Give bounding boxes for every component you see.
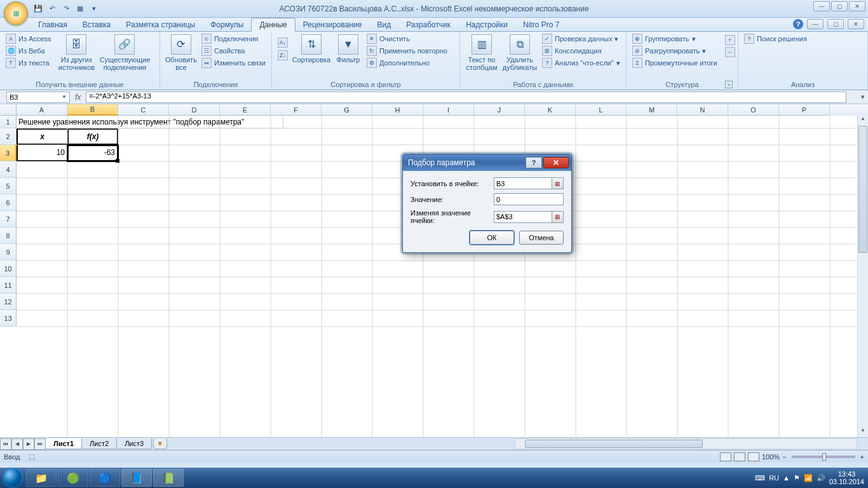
col-header-a[interactable]: A xyxy=(17,104,67,116)
row-header-10[interactable]: 10 xyxy=(0,261,17,277)
col-header-m[interactable]: M xyxy=(627,104,677,116)
ungroup-button[interactable]: ⊖Разгруппировать ▾ xyxy=(630,45,719,57)
close-button[interactable]: ✕ xyxy=(849,1,865,11)
row-header-6[interactable]: 6 xyxy=(0,194,17,211)
tray-flag-icon[interactable]: ⚑ xyxy=(794,474,800,482)
row-header-7[interactable]: 7 xyxy=(0,211,17,227)
horizontal-scrollbar[interactable] xyxy=(515,438,857,449)
solver-button[interactable]: ?Поиск решения xyxy=(742,33,809,44)
by-changing-input[interactable] xyxy=(494,211,552,223)
hide-detail-button[interactable]: − xyxy=(723,46,737,58)
zoom-out-button[interactable]: − xyxy=(782,453,786,461)
show-detail-button[interactable]: + xyxy=(723,34,737,46)
row-header-1[interactable]: 1 xyxy=(0,116,17,128)
page-layout-view-button[interactable] xyxy=(734,452,745,461)
undo-icon[interactable]: ↶ xyxy=(46,3,58,15)
hscroll-thumb[interactable] xyxy=(525,440,703,448)
taskbar-explorer[interactable]: 📁 xyxy=(26,469,57,487)
first-sheet-button[interactable]: ⏮ xyxy=(0,438,11,450)
ribbon-restore-button[interactable]: ▢ xyxy=(827,19,844,29)
set-cell-input[interactable] xyxy=(494,177,552,189)
redo-icon[interactable]: ↷ xyxy=(60,3,72,15)
prev-sheet-button[interactable]: ◀ xyxy=(11,438,23,450)
cancel-button[interactable]: Отмена xyxy=(519,231,564,245)
row-header-4[interactable]: 4 xyxy=(0,161,17,178)
existing-connections-button[interactable]: 🔗Существующие подключения xyxy=(100,33,149,72)
row-header-2[interactable]: 2 xyxy=(0,128,17,145)
clear-filter-button[interactable]: ✕Очистить xyxy=(365,33,449,44)
col-header-o[interactable]: O xyxy=(728,104,779,116)
dialog-titlebar[interactable]: Подбор параметра ? ✕ xyxy=(403,154,571,171)
from-web-button[interactable]: 🌐Из Веба xyxy=(4,45,53,57)
tab-home[interactable]: Главная xyxy=(31,18,75,31)
group-button[interactable]: ⊕Группировать ▾ xyxy=(630,33,719,44)
minimize-button[interactable]: — xyxy=(813,1,830,11)
subtotal-button[interactable]: ΣПромежуточные итоги xyxy=(630,57,719,69)
reapply-filter-button[interactable]: ↻Применить повторно xyxy=(365,45,449,57)
col-header-h[interactable]: H xyxy=(372,104,423,116)
col-header-c[interactable]: C xyxy=(118,104,169,116)
what-if-button[interactable]: ?Анализ "что-если" ▾ xyxy=(540,57,622,69)
row-header-9[interactable]: 9 xyxy=(0,244,17,261)
print-preview-icon[interactable]: ▦ xyxy=(74,3,86,15)
tray-language[interactable]: RU xyxy=(769,474,779,482)
consolidate-button[interactable]: ⊞Консолидация xyxy=(540,45,622,57)
sort-asc-button[interactable]: A↓ xyxy=(276,37,290,48)
col-header-f[interactable]: F xyxy=(271,104,322,116)
cell-a3[interactable]: 10 xyxy=(17,145,67,161)
taskbar-word[interactable]: 📘 xyxy=(121,469,152,487)
ribbon-close-button[interactable]: ✕ xyxy=(848,19,864,29)
office-button[interactable]: ⊞ xyxy=(4,1,28,25)
filter-button[interactable]: ▼Фильтр xyxy=(333,33,363,65)
connections-button[interactable]: ⎋Подключения xyxy=(200,33,268,44)
ok-button[interactable]: ОК xyxy=(470,231,514,245)
tab-data[interactable]: Данные xyxy=(251,18,295,32)
row-header-5[interactable]: 5 xyxy=(0,178,17,194)
scroll-down-icon[interactable]: ▼ xyxy=(858,428,868,437)
data-validation-button[interactable]: ✓Проверка данных ▾ xyxy=(540,33,622,44)
vertical-scrollbar[interactable]: ▲ ▼ xyxy=(857,116,868,437)
row-header-13[interactable]: 13 xyxy=(0,310,17,327)
sheet-tab-1[interactable]: Лист1 xyxy=(45,438,82,449)
tab-view[interactable]: Вид xyxy=(369,18,398,31)
tray-clock[interactable]: 13:43 03.10.2014 xyxy=(829,470,864,485)
col-header-b[interactable]: B xyxy=(67,104,118,116)
tray-keyboard-icon[interactable]: ⌨ xyxy=(755,474,765,482)
row-header-12[interactable]: 12 xyxy=(0,294,17,310)
macro-record-icon[interactable]: ⬚ xyxy=(29,452,35,461)
last-sheet-button[interactable]: ⏭ xyxy=(34,438,46,450)
tab-addins[interactable]: Надстройки xyxy=(458,18,515,31)
col-header-j[interactable]: J xyxy=(474,104,525,116)
start-button[interactable] xyxy=(0,468,25,488)
sheet-tab-2[interactable]: Лист2 xyxy=(81,438,117,449)
row-header-11[interactable]: 11 xyxy=(0,277,17,294)
refresh-all-button[interactable]: ⟳Обновить все xyxy=(164,33,198,72)
page-break-view-button[interactable] xyxy=(748,452,759,461)
cell-b3[interactable]: -63 xyxy=(67,145,118,161)
remove-duplicates-button[interactable]: ⧉Удалить дубликаты xyxy=(501,33,539,72)
taskbar-app-2[interactable]: 🔵 xyxy=(90,469,120,487)
advanced-filter-button[interactable]: ⚙Дополнительно xyxy=(365,57,449,69)
set-cell-ref-button[interactable]: ▦ xyxy=(552,177,564,189)
tray-network-icon[interactable]: 📶 xyxy=(804,474,813,482)
fx-icon[interactable]: fx xyxy=(75,93,81,102)
col-header-k[interactable]: K xyxy=(525,104,576,116)
outline-dialog-launcher[interactable]: ↘ xyxy=(725,81,733,88)
text-to-columns-button[interactable]: ▥Текст по столбцам xyxy=(464,33,499,72)
taskbar-excel[interactable]: 📗 xyxy=(153,469,184,487)
normal-view-button[interactable] xyxy=(720,452,731,461)
dialog-help-button[interactable]: ? xyxy=(526,157,542,168)
to-value-input[interactable] xyxy=(494,193,564,205)
row-header-8[interactable]: 8 xyxy=(0,227,17,244)
zoom-level[interactable]: 100% xyxy=(762,453,780,461)
dialog-close-button[interactable]: ✕ xyxy=(543,157,569,168)
zoom-slider[interactable] xyxy=(792,456,855,458)
formula-input[interactable]: =-2*A3^2+15*A3-13 xyxy=(86,92,846,103)
col-header-e[interactable]: E xyxy=(220,104,271,116)
tray-volume-icon[interactable]: 🔊 xyxy=(817,474,825,482)
tab-insert[interactable]: Вставка xyxy=(75,18,119,31)
sort-desc-button[interactable]: Z↓ xyxy=(276,50,290,61)
tab-formulas[interactable]: Формулы xyxy=(203,18,251,31)
col-header-g[interactable]: G xyxy=(322,104,372,116)
by-changing-ref-button[interactable]: ▦ xyxy=(552,211,564,223)
